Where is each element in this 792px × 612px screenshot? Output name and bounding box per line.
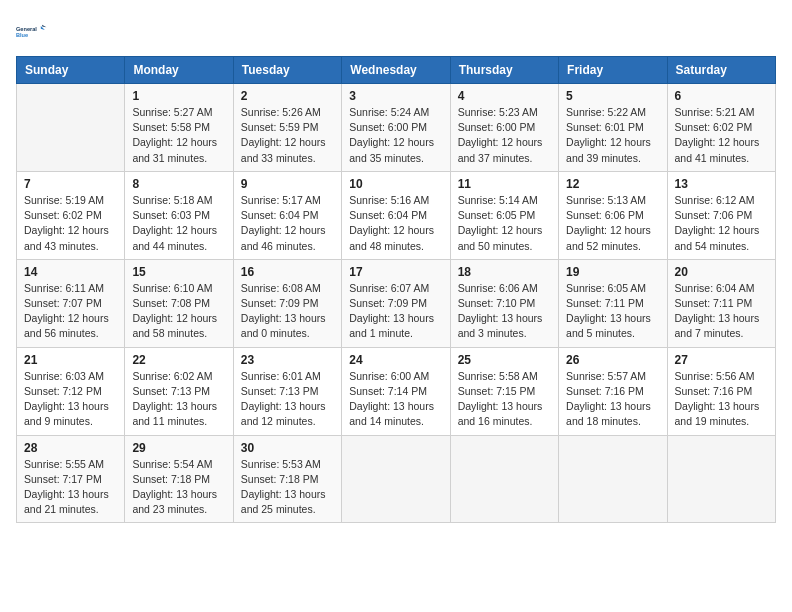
header-sunday: Sunday	[17, 57, 125, 84]
day-info: Sunrise: 5:16 AM Sunset: 6:04 PM Dayligh…	[349, 193, 442, 254]
page-header: GeneralBlue	[16, 16, 776, 48]
day-number: 26	[566, 353, 659, 367]
day-info: Sunrise: 5:21 AM Sunset: 6:02 PM Dayligh…	[675, 105, 768, 166]
day-info: Sunrise: 6:07 AM Sunset: 7:09 PM Dayligh…	[349, 281, 442, 342]
day-cell: 30Sunrise: 5:53 AM Sunset: 7:18 PM Dayli…	[233, 435, 341, 523]
day-info: Sunrise: 5:57 AM Sunset: 7:16 PM Dayligh…	[566, 369, 659, 430]
day-cell: 17Sunrise: 6:07 AM Sunset: 7:09 PM Dayli…	[342, 259, 450, 347]
header-monday: Monday	[125, 57, 233, 84]
day-info: Sunrise: 6:01 AM Sunset: 7:13 PM Dayligh…	[241, 369, 334, 430]
week-row-3: 14Sunrise: 6:11 AM Sunset: 7:07 PM Dayli…	[17, 259, 776, 347]
day-info: Sunrise: 6:04 AM Sunset: 7:11 PM Dayligh…	[675, 281, 768, 342]
day-number: 30	[241, 441, 334, 455]
svg-text:General: General	[16, 26, 37, 32]
day-cell: 6Sunrise: 5:21 AM Sunset: 6:02 PM Daylig…	[667, 84, 775, 172]
day-number: 3	[349, 89, 442, 103]
day-cell: 5Sunrise: 5:22 AM Sunset: 6:01 PM Daylig…	[559, 84, 667, 172]
day-cell: 2Sunrise: 5:26 AM Sunset: 5:59 PM Daylig…	[233, 84, 341, 172]
day-info: Sunrise: 5:13 AM Sunset: 6:06 PM Dayligh…	[566, 193, 659, 254]
day-cell: 4Sunrise: 5:23 AM Sunset: 6:00 PM Daylig…	[450, 84, 558, 172]
day-info: Sunrise: 5:58 AM Sunset: 7:15 PM Dayligh…	[458, 369, 551, 430]
day-number: 25	[458, 353, 551, 367]
week-row-4: 21Sunrise: 6:03 AM Sunset: 7:12 PM Dayli…	[17, 347, 776, 435]
day-number: 27	[675, 353, 768, 367]
day-cell: 9Sunrise: 5:17 AM Sunset: 6:04 PM Daylig…	[233, 171, 341, 259]
day-number: 28	[24, 441, 117, 455]
day-number: 16	[241, 265, 334, 279]
day-number: 23	[241, 353, 334, 367]
day-cell	[559, 435, 667, 523]
day-cell: 24Sunrise: 6:00 AM Sunset: 7:14 PM Dayli…	[342, 347, 450, 435]
day-info: Sunrise: 5:55 AM Sunset: 7:17 PM Dayligh…	[24, 457, 117, 518]
day-info: Sunrise: 6:03 AM Sunset: 7:12 PM Dayligh…	[24, 369, 117, 430]
day-info: Sunrise: 6:06 AM Sunset: 7:10 PM Dayligh…	[458, 281, 551, 342]
calendar-body: 1Sunrise: 5:27 AM Sunset: 5:58 PM Daylig…	[17, 84, 776, 523]
day-number: 29	[132, 441, 225, 455]
header-thursday: Thursday	[450, 57, 558, 84]
day-cell	[342, 435, 450, 523]
svg-text:Blue: Blue	[16, 32, 28, 38]
day-info: Sunrise: 5:24 AM Sunset: 6:00 PM Dayligh…	[349, 105, 442, 166]
day-info: Sunrise: 6:05 AM Sunset: 7:11 PM Dayligh…	[566, 281, 659, 342]
day-info: Sunrise: 5:56 AM Sunset: 7:16 PM Dayligh…	[675, 369, 768, 430]
day-number: 14	[24, 265, 117, 279]
day-number: 10	[349, 177, 442, 191]
day-number: 19	[566, 265, 659, 279]
day-number: 2	[241, 89, 334, 103]
day-cell: 19Sunrise: 6:05 AM Sunset: 7:11 PM Dayli…	[559, 259, 667, 347]
day-number: 13	[675, 177, 768, 191]
svg-marker-3	[42, 25, 46, 27]
day-cell: 23Sunrise: 6:01 AM Sunset: 7:13 PM Dayli…	[233, 347, 341, 435]
day-cell: 18Sunrise: 6:06 AM Sunset: 7:10 PM Dayli…	[450, 259, 558, 347]
day-number: 5	[566, 89, 659, 103]
day-cell: 28Sunrise: 5:55 AM Sunset: 7:17 PM Dayli…	[17, 435, 125, 523]
day-number: 4	[458, 89, 551, 103]
day-number: 6	[675, 89, 768, 103]
day-number: 8	[132, 177, 225, 191]
day-number: 11	[458, 177, 551, 191]
calendar-table: SundayMondayTuesdayWednesdayThursdayFrid…	[16, 56, 776, 523]
day-info: Sunrise: 6:00 AM Sunset: 7:14 PM Dayligh…	[349, 369, 442, 430]
week-row-2: 7Sunrise: 5:19 AM Sunset: 6:02 PM Daylig…	[17, 171, 776, 259]
header-wednesday: Wednesday	[342, 57, 450, 84]
day-info: Sunrise: 5:14 AM Sunset: 6:05 PM Dayligh…	[458, 193, 551, 254]
day-cell: 25Sunrise: 5:58 AM Sunset: 7:15 PM Dayli…	[450, 347, 558, 435]
day-cell	[667, 435, 775, 523]
day-cell: 21Sunrise: 6:03 AM Sunset: 7:12 PM Dayli…	[17, 347, 125, 435]
week-row-1: 1Sunrise: 5:27 AM Sunset: 5:58 PM Daylig…	[17, 84, 776, 172]
day-info: Sunrise: 5:19 AM Sunset: 6:02 PM Dayligh…	[24, 193, 117, 254]
day-number: 12	[566, 177, 659, 191]
day-cell: 13Sunrise: 6:12 AM Sunset: 7:06 PM Dayli…	[667, 171, 775, 259]
logo: GeneralBlue	[16, 16, 48, 48]
day-info: Sunrise: 6:11 AM Sunset: 7:07 PM Dayligh…	[24, 281, 117, 342]
week-row-5: 28Sunrise: 5:55 AM Sunset: 7:17 PM Dayli…	[17, 435, 776, 523]
day-cell: 12Sunrise: 5:13 AM Sunset: 6:06 PM Dayli…	[559, 171, 667, 259]
day-cell: 8Sunrise: 5:18 AM Sunset: 6:03 PM Daylig…	[125, 171, 233, 259]
day-cell: 3Sunrise: 5:24 AM Sunset: 6:00 PM Daylig…	[342, 84, 450, 172]
day-number: 7	[24, 177, 117, 191]
header-friday: Friday	[559, 57, 667, 84]
day-info: Sunrise: 6:12 AM Sunset: 7:06 PM Dayligh…	[675, 193, 768, 254]
day-cell: 22Sunrise: 6:02 AM Sunset: 7:13 PM Dayli…	[125, 347, 233, 435]
day-cell: 29Sunrise: 5:54 AM Sunset: 7:18 PM Dayli…	[125, 435, 233, 523]
day-cell	[17, 84, 125, 172]
day-cell: 20Sunrise: 6:04 AM Sunset: 7:11 PM Dayli…	[667, 259, 775, 347]
day-cell: 14Sunrise: 6:11 AM Sunset: 7:07 PM Dayli…	[17, 259, 125, 347]
calendar-header: SundayMondayTuesdayWednesdayThursdayFrid…	[17, 57, 776, 84]
day-number: 21	[24, 353, 117, 367]
day-info: Sunrise: 5:53 AM Sunset: 7:18 PM Dayligh…	[241, 457, 334, 518]
day-info: Sunrise: 5:23 AM Sunset: 6:00 PM Dayligh…	[458, 105, 551, 166]
header-row: SundayMondayTuesdayWednesdayThursdayFrid…	[17, 57, 776, 84]
day-info: Sunrise: 6:10 AM Sunset: 7:08 PM Dayligh…	[132, 281, 225, 342]
day-info: Sunrise: 5:54 AM Sunset: 7:18 PM Dayligh…	[132, 457, 225, 518]
day-number: 15	[132, 265, 225, 279]
day-info: Sunrise: 5:26 AM Sunset: 5:59 PM Dayligh…	[241, 105, 334, 166]
day-cell: 16Sunrise: 6:08 AM Sunset: 7:09 PM Dayli…	[233, 259, 341, 347]
logo-icon: GeneralBlue	[16, 16, 48, 48]
day-number: 9	[241, 177, 334, 191]
day-number: 1	[132, 89, 225, 103]
day-info: Sunrise: 5:22 AM Sunset: 6:01 PM Dayligh…	[566, 105, 659, 166]
day-number: 20	[675, 265, 768, 279]
day-cell: 11Sunrise: 5:14 AM Sunset: 6:05 PM Dayli…	[450, 171, 558, 259]
day-cell: 7Sunrise: 5:19 AM Sunset: 6:02 PM Daylig…	[17, 171, 125, 259]
